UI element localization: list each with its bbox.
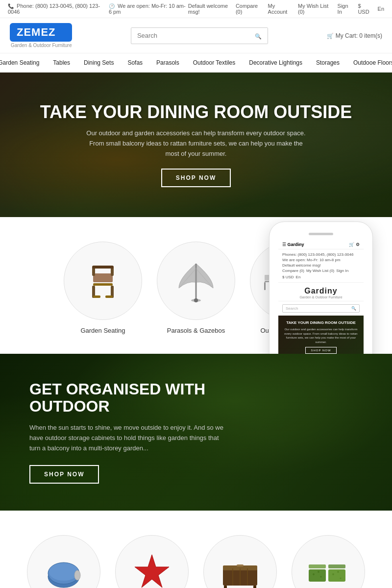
svg-point-48 bbox=[337, 571, 339, 573]
phone-header-info: Phones: (800) 123-0045, (800) 123-0046 W… bbox=[278, 249, 364, 283]
category-circle-parasols bbox=[157, 242, 235, 320]
bottom-cat-circle-textiles bbox=[27, 535, 100, 588]
top-bar-right: Compare (0) My Account My Wish List (0) … bbox=[236, 3, 384, 15]
bottom-category-outdoor-organising[interactable]: Outdoor Organising bbox=[201, 535, 279, 588]
wishlist-link[interactable]: My Wish List (0) bbox=[298, 3, 332, 15]
compare-link[interactable]: Compare (0) bbox=[236, 3, 262, 15]
nav-storages[interactable]: Storages bbox=[309, 53, 346, 72]
nav-outdoor-floors[interactable]: Outdooe Floors bbox=[346, 53, 392, 72]
top-bar-center: Default welcome msg! bbox=[188, 3, 236, 15]
phone-hero-title: TAKE YOUR DINING ROOM OUTSIDE bbox=[282, 320, 360, 325]
svg-rect-9 bbox=[105, 295, 113, 298]
search-button[interactable] bbox=[249, 28, 268, 44]
phone-icon bbox=[8, 3, 14, 9]
search-icon bbox=[255, 32, 262, 40]
header: ZEMEZ Garden & Outdoor Furniture My Cart… bbox=[0, 18, 392, 53]
svg-rect-50 bbox=[309, 564, 326, 568]
organised-shop-now-button[interactable]: SHOP NOW bbox=[29, 465, 99, 484]
svg-point-46 bbox=[320, 576, 322, 578]
search-input[interactable] bbox=[131, 28, 249, 43]
svg-rect-0 bbox=[93, 283, 113, 286]
organised-content: GET ORGANISED WITH OUTDOOR When the sun … bbox=[0, 361, 255, 504]
logo-subtitle: Garden & Outdoor Furniture bbox=[10, 43, 72, 48]
top-categories-section: Garden Seating Parasols & Gazebos bbox=[0, 217, 392, 354]
bottom-category-outdoor-textiles[interactable]: Outdoor Textiles bbox=[24, 535, 103, 588]
phone-logo-area: Gardiny Garden & Outdoor Furniture bbox=[278, 283, 364, 301]
svg-point-31 bbox=[49, 563, 78, 581]
cart-label: My Cart: 0 item(s) bbox=[336, 32, 382, 39]
organised-title: GET ORGANISED WITH OUTDOOR bbox=[29, 381, 225, 415]
svg-rect-37 bbox=[224, 586, 227, 588]
svg-point-13 bbox=[191, 299, 201, 302]
svg-rect-43 bbox=[328, 569, 345, 582]
phone-brand-name: Gardiny bbox=[280, 287, 362, 295]
hero-content: TAKE YOUR DINING ROOM OUTSIDE Our outdoo… bbox=[30, 93, 362, 197]
svg-point-47 bbox=[332, 573, 334, 575]
bottom-cat-circle-organising bbox=[203, 535, 277, 588]
category-circle-garden-seating bbox=[64, 242, 142, 320]
category-label-parasols: Parasols & Gazebos bbox=[167, 327, 225, 334]
nav-parasols[interactable]: Parasols bbox=[149, 53, 186, 72]
hero-section: TAKE YOUR DINING ROOM OUTSIDE Our outdoo… bbox=[0, 73, 392, 217]
phone-hero-desc: Our outdoor and garden accessories can h… bbox=[282, 327, 360, 344]
top-bar-left: Phone: (800) 123-0045, (800) 123-0046 We… bbox=[8, 3, 188, 15]
logo[interactable]: ZEMEZ bbox=[10, 23, 72, 42]
phone-nav-bar: ☰ Gardiny 🛒 ⚙ bbox=[278, 240, 364, 249]
nav-dining-sets[interactable]: Dining Sets bbox=[77, 53, 121, 72]
phone-hero: TAKE YOUR DINING ROOM OUTSIDE Our outdoo… bbox=[278, 316, 364, 359]
svg-rect-10 bbox=[92, 266, 114, 269]
star-icon bbox=[127, 550, 176, 588]
svg-rect-36 bbox=[237, 564, 244, 566]
phone-info: Phone: (800) 123-0045, (800) 123-0046 bbox=[8, 3, 101, 15]
main-nav: Garden Seating Tables Dining Sets Sofas … bbox=[0, 53, 392, 73]
svg-rect-23 bbox=[264, 282, 266, 290]
chair-icon bbox=[78, 256, 127, 305]
umbrella-icon bbox=[169, 254, 223, 308]
nav-garden-seating[interactable]: Garden Seating bbox=[0, 53, 46, 72]
hours-info: We are open: Mo-Fr: 10 am-6 pm bbox=[109, 3, 188, 15]
top-bar: Phone: (800) 123-0045, (800) 123-0046 We… bbox=[0, 0, 392, 18]
hero-shop-now-button[interactable]: SHOP NOW bbox=[161, 169, 231, 187]
clock-icon bbox=[109, 3, 115, 9]
svg-rect-51 bbox=[328, 564, 345, 568]
svg-marker-33 bbox=[135, 555, 169, 588]
nav-decorative-lightings[interactable]: Decorative Lightings bbox=[242, 53, 309, 72]
svg-point-49 bbox=[340, 578, 342, 579]
language-selector[interactable]: En bbox=[378, 6, 384, 12]
logo-wrap: ZEMEZ Garden & Outdoor Furniture bbox=[10, 23, 72, 48]
phone-search: Search 🔍 bbox=[282, 304, 360, 313]
nav-outdoor-textiles[interactable]: Outdoor Textiles bbox=[186, 53, 243, 72]
bench-icon bbox=[213, 550, 267, 588]
organised-description: When the sun starts to shine, we move ou… bbox=[29, 423, 225, 453]
cart-info[interactable]: My Cart: 0 item(s) bbox=[327, 32, 382, 39]
phone-hero-btn: SHOP NOW bbox=[305, 347, 336, 354]
svg-rect-8 bbox=[93, 295, 100, 298]
signin-link[interactable]: Sign In bbox=[338, 3, 352, 15]
grass-tile-icon bbox=[301, 550, 355, 588]
svg-rect-42 bbox=[309, 569, 326, 582]
phone-screen: ☰ Gardiny 🛒 ⚙ Phones: (800) 123-0045, (8… bbox=[278, 240, 364, 359]
phone-icons: 🛒 ⚙ bbox=[349, 242, 360, 247]
svg-point-44 bbox=[313, 573, 315, 575]
svg-point-32 bbox=[74, 570, 80, 580]
category-item-garden-seating[interactable]: Garden Seating bbox=[64, 242, 142, 334]
phone-brand-sub: Garden & Outdoor Furniture bbox=[280, 295, 362, 299]
bottom-category-outdoor-floors[interactable]: Outdoor Floors bbox=[289, 535, 368, 588]
bottom-cat-circle-floors bbox=[292, 535, 365, 588]
nav-tables[interactable]: Tables bbox=[46, 53, 77, 72]
bottom-category-decorative-lighting[interactable]: Decorative Lighting bbox=[113, 535, 191, 588]
account-link[interactable]: My Account bbox=[268, 3, 292, 15]
phone-menu-icon: ☰ Gardiny bbox=[282, 242, 304, 247]
category-label-garden-seating: Garden Seating bbox=[80, 327, 125, 334]
nav-sofas[interactable]: Sofas bbox=[121, 53, 149, 72]
cart-icon bbox=[327, 32, 334, 39]
bottom-categories-section: Outdoor Textiles Decorative Lighting bbox=[0, 511, 392, 588]
phone-search-icon: 🔍 bbox=[351, 306, 356, 311]
svg-point-45 bbox=[318, 571, 319, 573]
welcome-message: Default welcome msg! bbox=[188, 3, 236, 15]
hero-title: TAKE YOUR DINING ROOM OUTSIDE bbox=[40, 102, 352, 122]
phone-speaker bbox=[309, 233, 333, 235]
hero-description: Our outdoor and garden accessories can h… bbox=[83, 128, 309, 159]
currency-selector[interactable]: $ USD bbox=[358, 3, 371, 15]
category-item-parasols[interactable]: Parasols & Gazebos bbox=[157, 242, 235, 334]
